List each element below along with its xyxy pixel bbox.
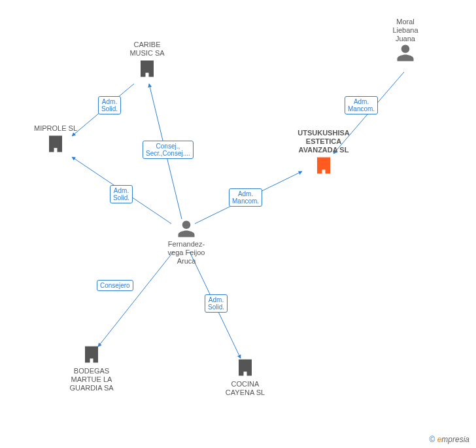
node-miprole[interactable]: MIPROLE SL (26, 123, 85, 155)
brand-text: mpresia (441, 435, 469, 444)
person-icon (396, 43, 415, 63)
edge-label: Adm.Mancom. (229, 188, 262, 207)
edge-center-bodegas (98, 252, 173, 347)
node-label: MIPROLE SL (26, 124, 85, 133)
node-label: MoralLiebanaJuana (379, 18, 432, 43)
node-cocina[interactable]: COCINACAYENA SL (216, 356, 275, 397)
building-icon (235, 356, 255, 379)
node-person-center[interactable]: Fernandez-vega FeijooAruca (160, 219, 212, 266)
node-label: CARIBEMUSIC SA (121, 41, 173, 58)
building-icon (46, 133, 65, 155)
edge-label: Consej.,Secr.,Consej.... (143, 141, 194, 159)
person-icon (177, 219, 196, 239)
building-icon (82, 343, 101, 366)
footer-brand: © empresia (429, 435, 469, 444)
building-icon (137, 58, 157, 80)
node-label: COCINACAYENA SL (216, 380, 275, 397)
edge-label: Adm.Solid. (110, 185, 133, 203)
diagram-stage: { "nodes": { "person_center": {"label": … (0, 0, 476, 448)
node-person-top[interactable]: MoralLiebanaJuana (379, 16, 432, 63)
node-label: BODEGASMARTUE LAGUARDIA SA (62, 367, 121, 392)
node-caribe[interactable]: CARIBEMUSIC SA (121, 39, 173, 80)
building-icon (314, 154, 333, 177)
edge-label: Consejero (97, 280, 133, 291)
node-utsu[interactable]: UTSUKUSHISAESTETICAAVANZADA SL (288, 128, 360, 177)
edge-label: Adm.Solid. (98, 96, 121, 114)
edge-label: Adm.Solid. (205, 294, 228, 313)
node-bodegas[interactable]: BODEGASMARTUE LAGUARDIA SA (62, 343, 121, 392)
edge-label: Adm.Mancom. (345, 96, 378, 114)
copyright-symbol: © (429, 435, 435, 444)
node-label: Fernandez-vega FeijooAruca (160, 240, 212, 266)
node-label: UTSUKUSHISAESTETICAAVANZADA SL (288, 129, 360, 154)
